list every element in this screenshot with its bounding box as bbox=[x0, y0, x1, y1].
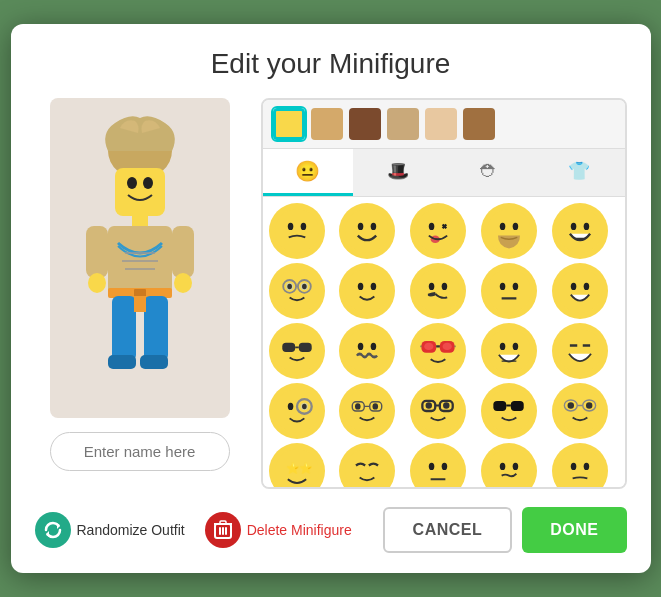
delete-label: Delete Minifigure bbox=[247, 522, 352, 538]
svg-point-27 bbox=[429, 223, 435, 230]
svg-point-80 bbox=[287, 403, 293, 410]
svg-point-51 bbox=[500, 283, 506, 290]
face-flat2[interactable] bbox=[410, 443, 466, 487]
svg-point-30 bbox=[500, 223, 506, 230]
svg-point-117 bbox=[558, 449, 602, 487]
svg-point-70 bbox=[424, 343, 433, 350]
svg-rect-4 bbox=[132, 216, 148, 226]
color-swatch-dark-tan[interactable] bbox=[463, 108, 495, 140]
bottom-bar: Randomize Outfit Delete Minifigure CA bbox=[35, 507, 627, 553]
svg-point-96 bbox=[487, 389, 531, 433]
face-star[interactable]: ⭐⭐ bbox=[269, 443, 325, 487]
svg-point-112 bbox=[442, 463, 448, 470]
svg-point-88 bbox=[355, 403, 361, 409]
randomize-button[interactable]: Randomize Outfit bbox=[35, 512, 185, 548]
face-sunglasses[interactable] bbox=[269, 323, 325, 379]
color-swatch-brown[interactable] bbox=[349, 108, 381, 140]
cancel-button[interactable]: CANCEL bbox=[383, 507, 513, 553]
svg-point-72 bbox=[487, 329, 531, 373]
svg-point-14 bbox=[174, 273, 192, 293]
svg-point-48 bbox=[429, 283, 435, 290]
done-button[interactable]: DONE bbox=[522, 507, 626, 553]
face-beard[interactable] bbox=[481, 203, 537, 259]
delete-icon bbox=[205, 512, 241, 548]
svg-point-13 bbox=[88, 273, 106, 293]
face-rim-glasses[interactable] bbox=[552, 383, 608, 439]
minifig-svg bbox=[70, 113, 210, 403]
svg-point-55 bbox=[570, 283, 576, 290]
svg-rect-1 bbox=[115, 168, 165, 216]
category-hat-btn[interactable]: 🎩 bbox=[353, 149, 444, 196]
svg-point-25 bbox=[371, 223, 377, 230]
face-squint[interactable] bbox=[339, 443, 395, 487]
randomize-label: Randomize Outfit bbox=[77, 522, 185, 538]
color-row bbox=[263, 100, 625, 149]
face-big-grin[interactable] bbox=[481, 323, 537, 379]
face-smirk[interactable] bbox=[410, 263, 466, 319]
face-meh[interactable] bbox=[552, 443, 608, 487]
svg-rect-59 bbox=[298, 343, 311, 352]
svg-point-63 bbox=[371, 343, 377, 350]
face-happy[interactable] bbox=[339, 203, 395, 259]
svg-point-26 bbox=[416, 209, 460, 253]
svg-point-111 bbox=[429, 463, 435, 470]
face-grin[interactable] bbox=[552, 203, 608, 259]
category-helmet-btn[interactable]: ⛑ bbox=[444, 149, 535, 196]
svg-point-62 bbox=[358, 343, 364, 350]
svg-rect-12 bbox=[172, 226, 194, 278]
svg-point-22 bbox=[300, 223, 306, 230]
svg-point-43 bbox=[302, 284, 307, 290]
color-swatch-yellow[interactable] bbox=[273, 108, 305, 140]
svg-point-52 bbox=[513, 283, 519, 290]
face-laughing[interactable] bbox=[552, 323, 608, 379]
delete-button[interactable]: Delete Minifigure bbox=[205, 512, 352, 548]
face-smile[interactable] bbox=[339, 263, 395, 319]
svg-point-118 bbox=[570, 463, 576, 470]
svg-point-33 bbox=[570, 223, 576, 230]
category-body-btn[interactable]: 👕 bbox=[534, 149, 625, 196]
svg-rect-98 bbox=[511, 401, 524, 411]
customizer-panel: 😐 🎩 ⛑ 👕 bbox=[261, 98, 627, 489]
svg-point-49 bbox=[442, 283, 448, 290]
svg-point-24 bbox=[358, 223, 364, 230]
face-wink-kiss[interactable] bbox=[410, 203, 466, 259]
category-face-btn[interactable]: 😐 bbox=[263, 149, 354, 196]
face-neutral[interactable] bbox=[269, 203, 325, 259]
face-expressionless[interactable] bbox=[481, 263, 537, 319]
svg-point-104 bbox=[567, 402, 573, 408]
face-goggles[interactable] bbox=[410, 323, 466, 379]
svg-point-119 bbox=[583, 463, 589, 470]
face-wide-glasses[interactable] bbox=[339, 383, 395, 439]
minifig-display bbox=[50, 98, 230, 418]
name-input[interactable] bbox=[50, 432, 230, 471]
faces-grid: ⭐⭐ bbox=[263, 197, 625, 487]
face-nerd[interactable] bbox=[269, 263, 325, 319]
face-open-smile[interactable] bbox=[552, 263, 608, 319]
svg-point-90 bbox=[416, 389, 460, 433]
svg-point-74 bbox=[513, 343, 519, 350]
svg-rect-17 bbox=[108, 355, 136, 369]
svg-point-45 bbox=[358, 283, 364, 290]
color-swatch-tan[interactable] bbox=[311, 108, 343, 140]
face-thick-glasses[interactable] bbox=[410, 383, 466, 439]
svg-point-47 bbox=[416, 269, 460, 313]
svg-text:⭐: ⭐ bbox=[298, 461, 312, 475]
svg-rect-58 bbox=[282, 343, 295, 352]
svg-point-76 bbox=[558, 329, 602, 373]
svg-point-3 bbox=[143, 177, 153, 189]
face-mustache[interactable] bbox=[339, 323, 395, 379]
svg-rect-16 bbox=[144, 296, 168, 361]
svg-point-110 bbox=[416, 449, 460, 487]
svg-point-23 bbox=[345, 209, 389, 253]
face-monocle[interactable] bbox=[269, 383, 325, 439]
svg-point-115 bbox=[500, 463, 506, 470]
svg-point-89 bbox=[373, 403, 379, 409]
svg-point-79 bbox=[274, 389, 318, 433]
face-smirk3[interactable] bbox=[481, 443, 537, 487]
svg-point-105 bbox=[586, 402, 592, 408]
face-dark-glasses[interactable] bbox=[481, 383, 537, 439]
color-swatch-light-tan[interactable] bbox=[387, 108, 419, 140]
left-panel bbox=[35, 98, 245, 489]
svg-text:⭐: ⭐ bbox=[285, 461, 299, 475]
color-swatch-light-skin[interactable] bbox=[425, 108, 457, 140]
